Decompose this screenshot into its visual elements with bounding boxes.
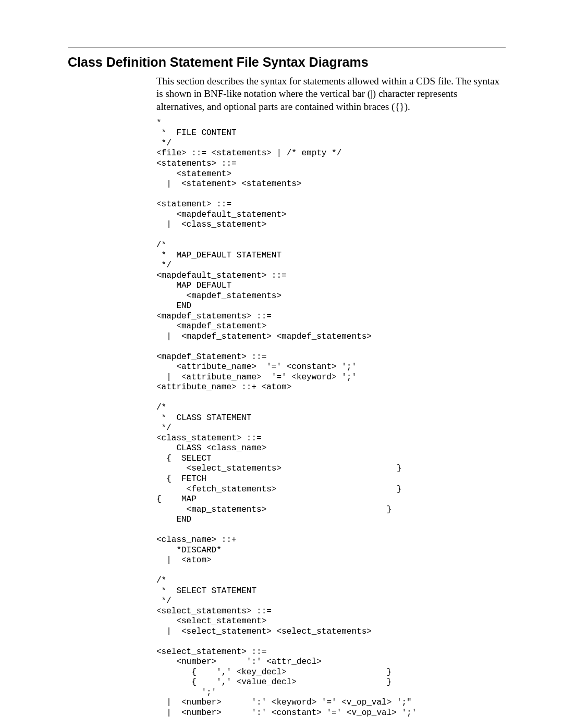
section-heading: Class Definition Statement File Syntax D… <box>68 55 506 70</box>
bnf-code-block: * * FILE CONTENT */ <file> ::= <statemen… <box>156 118 506 728</box>
horizontal-rule <box>68 47 506 47</box>
page: Class Definition Statement File Syntax D… <box>0 0 563 728</box>
intro-paragraph: This section describes the syntax for st… <box>156 75 506 113</box>
content-block: This section describes the syntax for st… <box>156 75 506 728</box>
